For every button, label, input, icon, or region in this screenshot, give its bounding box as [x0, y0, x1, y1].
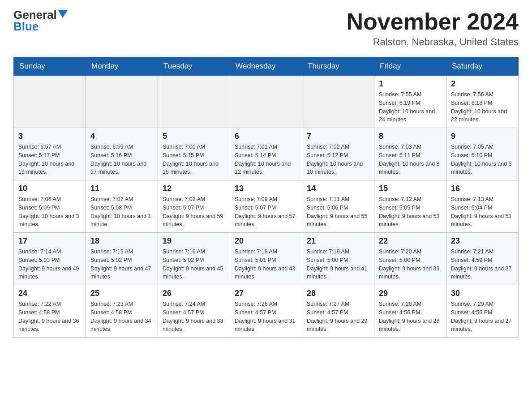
day-number: 14 — [307, 184, 369, 193]
calendar-cell — [14, 76, 86, 128]
day-info: Sunrise: 6:57 AM Sunset: 5:17 PM Dayligh… — [18, 143, 81, 176]
page-header: General Blue November 2024 Ralston, Nebr… — [13, 9, 519, 48]
calendar-cell: 14Sunrise: 7:11 AM Sunset: 5:06 PM Dayli… — [302, 180, 374, 233]
calendar-cell: 4Sunrise: 6:59 AM Sunset: 5:16 PM Daylig… — [86, 128, 158, 180]
calendar-week-row: 10Sunrise: 7:06 AM Sunset: 5:09 PM Dayli… — [14, 180, 519, 233]
calendar-table: SundayMondayTuesdayWednesdayThursdayFrid… — [13, 57, 519, 338]
calendar-cell: 22Sunrise: 7:20 AM Sunset: 5:00 PM Dayli… — [374, 233, 446, 285]
day-info: Sunrise: 7:24 AM Sunset: 4:57 PM Dayligh… — [163, 300, 225, 334]
calendar-cell: 6Sunrise: 7:01 AM Sunset: 5:14 PM Daylig… — [230, 128, 302, 180]
calendar-cell: 26Sunrise: 7:24 AM Sunset: 4:57 PM Dayli… — [158, 285, 230, 338]
day-number: 11 — [90, 184, 153, 193]
day-number: 21 — [307, 236, 369, 246]
calendar-cell: 8Sunrise: 7:03 AM Sunset: 5:11 PM Daylig… — [374, 128, 446, 180]
calendar-day-header: Thursday — [302, 57, 374, 76]
day-number: 16 — [451, 184, 514, 193]
day-number: 12 — [163, 184, 225, 193]
day-info: Sunrise: 6:59 AM Sunset: 5:16 PM Dayligh… — [90, 143, 153, 176]
day-number: 13 — [235, 184, 297, 193]
day-info: Sunrise: 7:55 AM Sunset: 6:19 PM Dayligh… — [379, 90, 442, 124]
day-number: 7 — [307, 132, 369, 141]
logo-blue: Blue — [13, 20, 39, 34]
calendar-week-row: 3Sunrise: 6:57 AM Sunset: 5:17 PM Daylig… — [14, 128, 519, 180]
day-number: 25 — [90, 289, 153, 298]
calendar-cell: 17Sunrise: 7:14 AM Sunset: 5:03 PM Dayli… — [14, 233, 86, 285]
day-number: 9 — [451, 132, 514, 141]
day-info: Sunrise: 7:12 AM Sunset: 5:05 PM Dayligh… — [379, 195, 442, 229]
calendar-cell: 16Sunrise: 7:13 AM Sunset: 5:04 PM Dayli… — [446, 180, 519, 233]
calendar-cell: 7Sunrise: 7:02 AM Sunset: 5:12 PM Daylig… — [302, 128, 374, 180]
calendar-cell: 2Sunrise: 7:56 AM Sunset: 6:18 PM Daylig… — [446, 76, 519, 128]
day-number: 28 — [307, 289, 369, 298]
day-info: Sunrise: 7:00 AM Sunset: 5:15 PM Dayligh… — [163, 143, 225, 176]
calendar-week-row: 24Sunrise: 7:22 AM Sunset: 4:58 PM Dayli… — [14, 285, 519, 338]
day-number: 8 — [379, 132, 442, 141]
day-number: 29 — [379, 289, 442, 298]
calendar-cell: 13Sunrise: 7:09 AM Sunset: 5:07 PM Dayli… — [230, 180, 302, 233]
calendar-cell: 5Sunrise: 7:00 AM Sunset: 5:15 PM Daylig… — [158, 128, 230, 180]
calendar-week-row: 1Sunrise: 7:55 AM Sunset: 6:19 PM Daylig… — [14, 76, 519, 128]
calendar-day-header: Sunday — [14, 57, 86, 76]
day-info: Sunrise: 7:23 AM Sunset: 4:58 PM Dayligh… — [90, 300, 153, 334]
calendar-cell: 19Sunrise: 7:16 AM Sunset: 5:02 PM Dayli… — [158, 233, 230, 285]
day-info: Sunrise: 7:15 AM Sunset: 5:02 PM Dayligh… — [90, 248, 153, 281]
day-info: Sunrise: 7:09 AM Sunset: 5:07 PM Dayligh… — [235, 195, 297, 229]
calendar-cell: 24Sunrise: 7:22 AM Sunset: 4:58 PM Dayli… — [14, 285, 86, 338]
day-info: Sunrise: 7:11 AM Sunset: 5:06 PM Dayligh… — [307, 195, 369, 229]
calendar-cell: 27Sunrise: 7:26 AM Sunset: 4:57 PM Dayli… — [230, 285, 302, 338]
day-number: 2 — [451, 79, 514, 89]
calendar-cell: 23Sunrise: 7:21 AM Sunset: 4:59 PM Dayli… — [446, 233, 519, 285]
day-info: Sunrise: 7:22 AM Sunset: 4:58 PM Dayligh… — [18, 300, 81, 334]
calendar-cell: 28Sunrise: 7:27 AM Sunset: 4:57 PM Dayli… — [302, 285, 374, 338]
calendar-cell: 29Sunrise: 7:28 AM Sunset: 4:56 PM Dayli… — [374, 285, 446, 338]
title-block: November 2024 Ralston, Nebraska, United … — [347, 9, 519, 48]
day-number: 20 — [235, 236, 297, 246]
logo-general: General — [13, 9, 57, 21]
day-info: Sunrise: 7:02 AM Sunset: 5:12 PM Dayligh… — [307, 143, 369, 176]
calendar-day-header: Saturday — [446, 57, 519, 76]
day-info: Sunrise: 7:29 AM Sunset: 4:56 PM Dayligh… — [451, 300, 514, 334]
day-number: 19 — [163, 236, 225, 246]
month-title: November 2024 — [347, 9, 519, 34]
calendar-cell: 1Sunrise: 7:55 AM Sunset: 6:19 PM Daylig… — [374, 76, 446, 128]
calendar-cell: 30Sunrise: 7:29 AM Sunset: 4:56 PM Dayli… — [446, 285, 519, 338]
day-number: 22 — [379, 236, 442, 246]
day-info: Sunrise: 7:06 AM Sunset: 5:09 PM Dayligh… — [18, 195, 81, 229]
day-number: 24 — [18, 289, 81, 298]
day-number: 30 — [451, 289, 514, 298]
day-number: 23 — [451, 236, 514, 246]
calendar-cell: 15Sunrise: 7:12 AM Sunset: 5:05 PM Dayli… — [374, 180, 446, 233]
day-info: Sunrise: 7:14 AM Sunset: 5:03 PM Dayligh… — [18, 248, 81, 281]
day-info: Sunrise: 7:08 AM Sunset: 5:07 PM Dayligh… — [163, 195, 225, 229]
calendar-cell — [86, 76, 158, 128]
calendar-cell: 9Sunrise: 7:05 AM Sunset: 5:10 PM Daylig… — [446, 128, 519, 180]
day-info: Sunrise: 7:01 AM Sunset: 5:14 PM Dayligh… — [235, 143, 297, 176]
day-number: 1 — [379, 79, 442, 89]
calendar-cell: 12Sunrise: 7:08 AM Sunset: 5:07 PM Dayli… — [158, 180, 230, 233]
day-number: 5 — [163, 132, 225, 141]
day-info: Sunrise: 7:26 AM Sunset: 4:57 PM Dayligh… — [235, 300, 297, 334]
calendar-cell: 3Sunrise: 6:57 AM Sunset: 5:17 PM Daylig… — [14, 128, 86, 180]
day-number: 6 — [235, 132, 297, 141]
day-info: Sunrise: 7:07 AM Sunset: 5:08 PM Dayligh… — [90, 195, 153, 229]
logo-triangle-icon — [58, 10, 68, 18]
day-info: Sunrise: 7:16 AM Sunset: 5:02 PM Dayligh… — [163, 248, 225, 281]
calendar-cell: 20Sunrise: 7:18 AM Sunset: 5:01 PM Dayli… — [230, 233, 302, 285]
day-info: Sunrise: 7:28 AM Sunset: 4:56 PM Dayligh… — [379, 300, 442, 334]
day-number: 17 — [18, 236, 81, 246]
day-number: 18 — [90, 236, 153, 246]
day-info: Sunrise: 7:20 AM Sunset: 5:00 PM Dayligh… — [379, 248, 442, 281]
calendar-week-row: 17Sunrise: 7:14 AM Sunset: 5:03 PM Dayli… — [14, 233, 519, 285]
logo: General Blue — [13, 9, 68, 34]
calendar-cell: 18Sunrise: 7:15 AM Sunset: 5:02 PM Dayli… — [86, 233, 158, 285]
calendar-cell — [158, 76, 230, 128]
calendar-day-header: Monday — [86, 57, 158, 76]
calendar-cell: 11Sunrise: 7:07 AM Sunset: 5:08 PM Dayli… — [86, 180, 158, 233]
day-number: 3 — [18, 132, 81, 141]
location: Ralston, Nebraska, United States — [347, 36, 519, 48]
day-info: Sunrise: 7:18 AM Sunset: 5:01 PM Dayligh… — [235, 248, 297, 281]
calendar-cell: 21Sunrise: 7:19 AM Sunset: 5:00 PM Dayli… — [302, 233, 374, 285]
svg-marker-0 — [58, 10, 68, 18]
day-info: Sunrise: 7:27 AM Sunset: 4:57 PM Dayligh… — [307, 300, 369, 334]
calendar-day-header: Wednesday — [230, 57, 302, 76]
